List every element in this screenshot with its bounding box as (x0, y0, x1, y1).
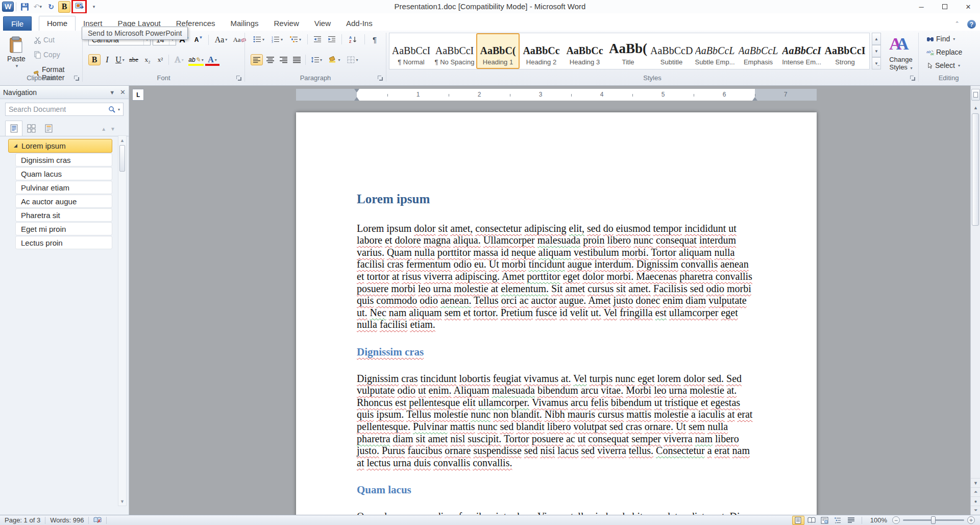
nav-scroll-up-arrow[interactable]: ▲ (118, 136, 126, 145)
bullets-button[interactable]: ▾ (251, 34, 267, 45)
zoom-slider-handle[interactable] (931, 516, 936, 524)
maximize-button[interactable] (933, 0, 957, 13)
numbering-button[interactable]: 123 ▾ (269, 34, 285, 45)
highlight-color-button[interactable]: ab✎▾ (188, 54, 204, 65)
paragraph-dialog-launcher[interactable] (377, 75, 384, 82)
styles-scroll-down-button[interactable]: ▼ (872, 45, 881, 57)
multilevel-list-button[interactable]: ▾ (287, 34, 304, 45)
document-heading-2[interactable]: Quam lacus (357, 484, 755, 496)
bold-button[interactable]: B (88, 54, 101, 65)
change-styles-button[interactable]: AA Change Styles ▾ (885, 33, 917, 77)
nav-heading-pulvinar-etiam[interactable]: Pulvinar etiam (15, 181, 112, 194)
tab-mailings[interactable]: Mailings (223, 16, 266, 31)
shading-button[interactable]: ▾ (326, 54, 343, 65)
tab-home[interactable]: Home (39, 16, 76, 31)
expand-collapse-triangle[interactable] (14, 144, 17, 148)
scroll-up-button[interactable]: ▲ (971, 103, 980, 112)
body-paragraph[interactable]: Lorem ipsum dolor sit amet, consectetur … (357, 223, 755, 331)
zoom-out-button[interactable]: − (892, 516, 900, 524)
zoom-in-button[interactable]: + (967, 516, 975, 524)
body-paragraph[interactable]: Dignissim cras tincidunt lobortis feugia… (357, 373, 755, 469)
document-heading-1[interactable]: Lorem ipsum (357, 193, 755, 205)
navigation-options-arrow[interactable]: ▼ (109, 89, 115, 96)
strikethrough-button[interactable]: abe (127, 54, 141, 65)
zoom-level[interactable]: 100% (862, 516, 892, 524)
copy-button[interactable]: Copy (32, 50, 82, 60)
align-right-button[interactable] (277, 54, 289, 65)
style-subtitle[interactable]: AaBbCcDSubtitle (650, 33, 693, 69)
nav-heading-eget-mi-proin[interactable]: Eget mi proin (15, 222, 112, 235)
tab-stop-selector[interactable]: L (132, 89, 144, 101)
scroll-thumb[interactable] (972, 113, 979, 226)
styles-scroll-up-button[interactable]: ▲ (872, 33, 881, 45)
next-heading-button[interactable]: ▼ (110, 126, 115, 132)
document-heading-2[interactable]: Dignissim cras (357, 346, 755, 359)
style-nospace[interactable]: AaBbCcI¶ No Spacing (433, 33, 476, 69)
close-button[interactable]: ✕ (957, 0, 980, 13)
styles-dialog-launcher[interactable] (910, 75, 916, 82)
show-hide-formatting-button[interactable]: ¶ (369, 34, 381, 45)
superscript-button[interactable]: x² (154, 54, 166, 65)
body-paragraph[interactable]: Quam lacus suspendisse faucibus interdum… (357, 511, 755, 515)
justify-button[interactable] (290, 54, 303, 65)
web-layout-view-button[interactable] (819, 516, 831, 525)
style-h3[interactable]: AaBbCcHeading 3 (563, 33, 606, 69)
text-effects-button[interactable]: A▾ (171, 54, 187, 65)
nav-heading-dignissim-cras[interactable]: Dignissim cras (15, 153, 112, 166)
nav-scroll-down-arrow[interactable]: ▼ (118, 497, 126, 506)
style-normal[interactable]: AaBbCcI¶ Normal (389, 33, 433, 69)
nav-scroll-thumb[interactable] (119, 145, 125, 172)
style-strong[interactable]: AaBbCcIStrong (823, 33, 867, 69)
outline-view-button[interactable] (832, 516, 844, 525)
shrink-font-button[interactable]: A▼ (192, 34, 205, 45)
next-page-button[interactable]: ⏷ (971, 506, 980, 515)
vertical-scrollbar[interactable]: ▲ ▼ ⏶ ● ⏷ (970, 86, 980, 515)
minimize-button[interactable]: ─ (910, 0, 933, 13)
search-document-input[interactable]: Search Document ▾ (5, 103, 124, 116)
search-button[interactable] (108, 106, 115, 113)
full-screen-reading-view-button[interactable] (805, 516, 818, 525)
nav-heading-ac-auctor-augue[interactable]: Ac auctor augue (15, 195, 112, 208)
style-h2[interactable]: AaBbCcHeading 2 (520, 33, 563, 69)
navigation-scrollbar[interactable]: ▲ ▼ (118, 135, 127, 506)
first-line-indent-marker[interactable] (354, 89, 359, 92)
tab-view[interactable]: View (307, 16, 338, 31)
borders-button[interactable]: ▾ (344, 54, 361, 65)
style-title[interactable]: AaBb(Title (606, 33, 650, 69)
tab-review[interactable]: Review (266, 16, 307, 31)
draft-view-button[interactable] (845, 516, 857, 525)
clipboard-dialog-launcher[interactable] (74, 75, 80, 82)
ruler-toggle-button[interactable] (971, 89, 980, 101)
increase-indent-button[interactable] (326, 34, 338, 45)
font-color-button[interactable]: A▾ (205, 54, 220, 65)
select-browse-object-button[interactable]: ● (971, 496, 980, 506)
find-button[interactable]: Find ▾ (924, 34, 964, 44)
navigation-close-button[interactable]: ✕ (120, 88, 126, 96)
proofing-errors-button[interactable]: ✗ (89, 515, 106, 525)
change-case-button[interactable]: Aa▾ (212, 34, 230, 45)
nav-heading-lorem-ipsum[interactable]: Lorem ipsum (8, 139, 112, 153)
select-button[interactable]: Select ▾ (924, 60, 964, 70)
document-content[interactable]: Lorem ipsumLorem ipsum dolor sit amet, c… (357, 193, 755, 515)
document-page[interactable]: Lorem ipsumLorem ipsum dolor sit amet, c… (296, 112, 817, 515)
nav-heading-quam-lacus[interactable]: Quam lacus (15, 167, 112, 180)
previous-page-button[interactable]: ⏶ (971, 487, 980, 496)
subscript-button[interactable]: x₂ (141, 54, 154, 65)
decrease-indent-button[interactable] (311, 34, 324, 45)
word-count[interactable]: Words: 996 (45, 515, 88, 525)
replace-button[interactable]: ab ac Replace (924, 47, 964, 57)
align-center-button[interactable] (264, 54, 276, 65)
style-h1[interactable]: AaBbC(Heading 1 (476, 33, 520, 69)
tab-add-ins[interactable]: Add-Ins (338, 16, 380, 31)
zoom-slider-track[interactable] (903, 519, 964, 521)
italic-button[interactable]: I (101, 54, 113, 65)
paste-button[interactable]: Paste ▼ (4, 33, 29, 71)
tab-file[interactable]: File (3, 16, 32, 31)
nav-heading-lectus-proin[interactable]: Lectus proin (15, 236, 112, 249)
search-options-arrow[interactable]: ▾ (118, 107, 120, 112)
hanging-indent-marker[interactable] (354, 97, 359, 101)
scroll-down-button[interactable]: ▼ (971, 478, 980, 487)
align-left-button[interactable] (251, 54, 263, 65)
horizontal-ruler[interactable]: 1234567 (296, 89, 817, 101)
style-emph[interactable]: AaBbCcLEmphasis (737, 33, 780, 69)
